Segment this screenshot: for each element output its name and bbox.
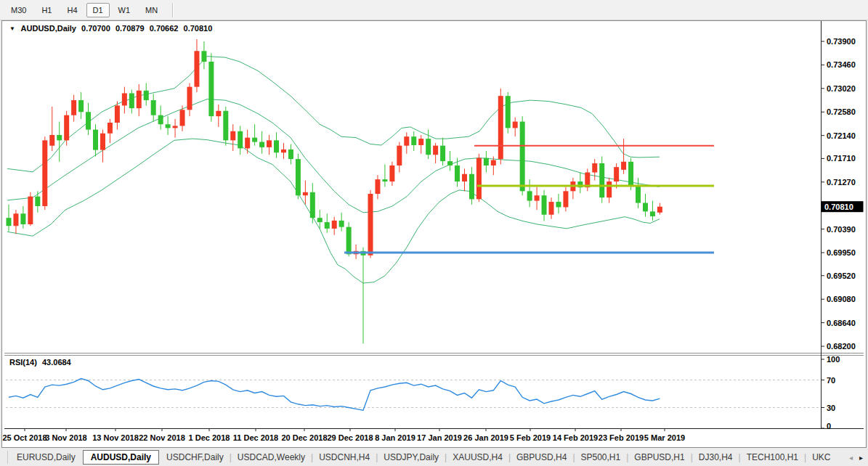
tab-usdcad-weekly[interactable]: USDCAD,Weekly — [232, 451, 311, 464]
chart-canvas[interactable]: 0.739000.734600.730200.725800.721400.717… — [0, 0, 868, 466]
rsi-label: RSI(14) 43.0684 — [9, 358, 74, 367]
tab-xauusd-h4[interactable]: XAUUSD,H4 — [447, 451, 508, 464]
tab-usdjpy-daily[interactable]: USDJPY,Daily — [378, 451, 445, 464]
chart-collapse-icon[interactable]: ▼ — [9, 25, 15, 32]
tab-dj30-h4[interactable]: DJ30,H4 — [693, 451, 739, 464]
timeframe-button-mn[interactable]: MN — [139, 3, 164, 17]
svg-text:70: 70 — [827, 376, 835, 385]
time-scale[interactable]: 25 Oct 20183 Nov 201813 Nov 201822 Nov 2… — [2, 428, 685, 442]
svg-text:0.69520: 0.69520 — [827, 271, 856, 280]
timeframe-button-m30[interactable]: M30 — [4, 3, 33, 17]
svg-text:0.73460: 0.73460 — [827, 60, 856, 69]
price-scale[interactable]: 0.739000.734600.730200.725800.721400.717… — [821, 37, 864, 351]
tab-tech100-h1[interactable]: TECH100,H1 — [741, 451, 804, 464]
tab-gbpusd-h4[interactable]: GBPUSD,H4 — [511, 451, 572, 464]
tab-scroll-left-icon[interactable]: ◂ — [849, 454, 853, 462]
svg-text:0.72140: 0.72140 — [827, 131, 856, 140]
tab-gbpusd-h1[interactable]: GBPUSD,H1 — [628, 451, 690, 464]
toolbar-separator — [172, 3, 174, 17]
svg-text:5 Mar 2019: 5 Mar 2019 — [644, 433, 685, 442]
svg-text:26 Jan 2019: 26 Jan 2019 — [463, 433, 508, 442]
tab-usdcnh-h4[interactable]: USDCNH,H4 — [313, 451, 376, 464]
svg-text:11 Dec 2018: 11 Dec 2018 — [233, 433, 278, 442]
bar-low-value: 0.70662 — [150, 24, 179, 33]
svg-text:0.69080: 0.69080 — [827, 295, 856, 303]
svg-text:0.70390: 0.70390 — [827, 225, 856, 234]
bar-high-value: 0.70879 — [115, 24, 145, 33]
svg-text:25 Oct 2018: 25 Oct 2018 — [2, 433, 46, 442]
svg-text:0.69950: 0.69950 — [827, 248, 856, 257]
svg-text:29 Dec 2018: 29 Dec 2018 — [328, 433, 373, 442]
timeframe-button-h4[interactable]: H4 — [60, 3, 84, 17]
svg-text:14 Feb 2019: 14 Feb 2019 — [553, 433, 598, 442]
timeframe-button-d1[interactable]: D1 — [86, 3, 110, 17]
svg-text:0: 0 — [827, 422, 831, 430]
svg-text:5 Feb 2019: 5 Feb 2019 — [510, 433, 551, 442]
svg-text:3 Nov 2018: 3 Nov 2018 — [45, 433, 86, 442]
svg-text:1 Dec 2018: 1 Dec 2018 — [189, 433, 230, 442]
svg-text:0.73020: 0.73020 — [827, 84, 856, 93]
svg-text:0.68200: 0.68200 — [827, 342, 856, 351]
rsi-scale[interactable]: 10070300 — [821, 355, 840, 430]
svg-text:22 Nov 2018: 22 Nov 2018 — [139, 433, 185, 442]
chart-title: ▼ AUDUSD,Daily 0.70700 0.70879 0.70662 0… — [9, 24, 215, 33]
mt4-window: M30H1H4D1W1MN 0.739000.734600.730200.725… — [0, 0, 868, 466]
svg-text:0.68640: 0.68640 — [827, 319, 856, 327]
chart-symbol-label: AUDUSD,Daily — [21, 24, 76, 33]
svg-text:0.73900: 0.73900 — [827, 37, 856, 46]
timeframe-button-h1[interactable]: H1 — [35, 3, 58, 17]
rsi-indicator-name: RSI(14) — [9, 358, 37, 367]
svg-text:0.70810: 0.70810 — [824, 203, 853, 211]
rsi-line — [9, 379, 660, 411]
svg-text:17 Jan 2019: 17 Jan 2019 — [417, 433, 462, 442]
svg-text:23 Feb 2019: 23 Feb 2019 — [599, 433, 644, 442]
tab-ukc[interactable]: UKC — [806, 451, 836, 464]
svg-text:8 Jan 2019: 8 Jan 2019 — [375, 433, 415, 442]
svg-text:100: 100 — [827, 355, 840, 364]
svg-text:0.71270: 0.71270 — [827, 178, 856, 187]
bar-close-value: 0.70810 — [184, 24, 213, 33]
tab-eurusd-daily[interactable]: EURUSD,Daily — [11, 451, 81, 464]
tab-sp500-h1[interactable]: SP500,H1 — [575, 451, 627, 464]
timeframe-button-w1[interactable]: W1 — [112, 3, 137, 17]
rsi-current-value: 43.0684 — [42, 358, 71, 367]
tabbar-gutter — [1, 451, 8, 464]
axis-frame — [4, 21, 864, 429]
tab-audusd-daily[interactable]: AUDUSD,Daily — [83, 450, 159, 465]
svg-text:0.72580: 0.72580 — [827, 107, 856, 116]
tab-scroll-right-icon[interactable]: ▸ — [859, 454, 863, 462]
svg-text:30: 30 — [827, 404, 835, 412]
timeframe-toolbar: M30H1H4D1W1MN — [0, 0, 868, 20]
svg-text:0.71710: 0.71710 — [827, 154, 856, 163]
rsi-level-lines — [6, 380, 821, 408]
tab-usdchf-daily[interactable]: USDCHF,Daily — [161, 451, 230, 464]
svg-text:20 Dec 2018: 20 Dec 2018 — [282, 433, 328, 442]
tab-scroll-nav: ◂ ▸ — [846, 449, 866, 466]
svg-text:13 Nov 2018: 13 Nov 2018 — [92, 433, 139, 442]
bar-open-value: 0.70700 — [81, 24, 110, 33]
bollinger-bands — [7, 57, 660, 284]
chart-tabs: EURUSD,DailyAUDUSD,DailyUSDCHF,Daily|USD… — [0, 449, 868, 466]
